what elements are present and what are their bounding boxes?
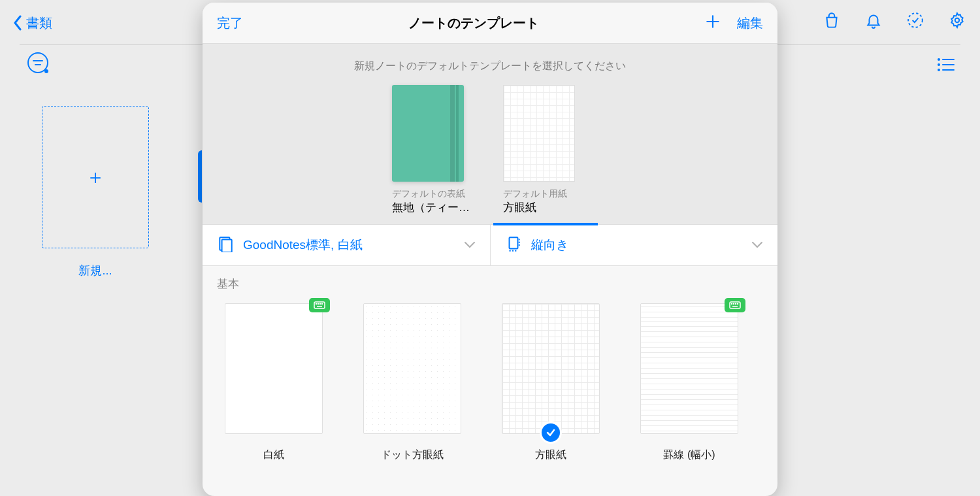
new-item-box[interactable]: ＋	[42, 106, 149, 248]
default-paper-sublabel: デフォルト用紙	[503, 188, 588, 200]
svg-point-1	[955, 18, 960, 23]
svg-rect-23	[730, 302, 740, 308]
svg-point-8	[938, 69, 939, 71]
gear-icon[interactable]	[949, 12, 966, 31]
default-cover-item[interactable]: デフォルトの表紙 無地（ティー…	[392, 85, 477, 224]
svg-point-24	[732, 304, 732, 305]
svg-point-27	[738, 304, 738, 305]
bell-icon[interactable]	[865, 12, 882, 31]
instruction-text: 新規ノートのデフォルトテンプレートを選択してください	[203, 59, 777, 73]
svg-point-20	[320, 304, 321, 305]
svg-rect-17	[314, 302, 325, 308]
svg-rect-14	[509, 237, 517, 248]
orientation-icon	[505, 235, 522, 255]
plus-icon: ＋	[86, 164, 105, 191]
svg-point-6	[938, 64, 939, 65]
modal-header: 完了 ノートのテンプレート 編集	[203, 3, 777, 43]
template-label: 白紙	[225, 448, 323, 462]
svg-point-25	[734, 304, 734, 305]
template-label: 方眼紙	[502, 448, 600, 462]
template-thumb-blank	[225, 303, 323, 434]
chevron-down-icon	[751, 239, 763, 251]
back-button[interactable]: 書類	[13, 14, 52, 32]
svg-point-26	[736, 304, 736, 305]
template-thumb-dotgrid	[363, 303, 461, 434]
category-label: 基本	[203, 266, 777, 297]
default-cover-label: 無地（ティー…	[392, 200, 477, 215]
filter-toggle[interactable]	[27, 52, 48, 73]
template-label: ドット方眼紙	[363, 448, 461, 462]
svg-rect-13	[222, 240, 232, 253]
template-label: 罫線 (幅小)	[640, 448, 738, 462]
done-button[interactable]: 完了	[217, 14, 243, 32]
keyboard-badge-icon	[725, 298, 745, 312]
template-dotgrid[interactable]: ドット方眼紙	[363, 303, 461, 462]
top-right-icons	[823, 12, 966, 31]
default-paper-label: 方眼紙	[503, 200, 588, 215]
filter-orientation-dropdown[interactable]: 縦向き	[491, 225, 778, 265]
check-badge-icon	[540, 422, 562, 444]
svg-point-18	[316, 304, 317, 305]
svg-point-0	[908, 13, 923, 27]
templates-grid: 白紙 ドット方眼紙 方眼紙 罫線 (幅小)	[203, 297, 777, 475]
back-label: 書類	[26, 14, 52, 32]
chevron-down-icon	[464, 239, 476, 251]
default-cover-sublabel: デフォルトの表紙	[392, 188, 477, 200]
filter-icon	[27, 52, 48, 73]
filter-source-label: GoodNotes標準, 白紙	[243, 237, 455, 254]
template-source-icon	[217, 235, 234, 255]
add-button[interactable]	[704, 13, 721, 33]
template-grid[interactable]: 方眼紙	[502, 303, 600, 462]
keyboard-badge-icon	[309, 298, 330, 312]
new-item-label[interactable]: 新規...	[42, 263, 149, 278]
template-thumb-grid	[502, 303, 600, 434]
selection-indicator	[198, 150, 202, 203]
shop-icon[interactable]	[823, 12, 840, 31]
filter-source-dropdown[interactable]: GoodNotes標準, 白紙	[203, 225, 491, 265]
template-thumb-ruled	[640, 303, 738, 434]
paper-thumbnail	[503, 85, 575, 182]
check-dashed-icon[interactable]	[907, 12, 924, 31]
modal-title: ノートのテンプレート	[408, 14, 539, 32]
svg-point-21	[322, 304, 323, 305]
svg-point-19	[318, 304, 319, 305]
default-paper-item[interactable]: デフォルト用紙 方眼紙	[503, 85, 588, 224]
edit-button[interactable]: 編集	[737, 14, 763, 32]
list-view-icon[interactable]	[937, 58, 955, 74]
defaults-section: 新規ノートのデフォルトテンプレートを選択してください デフォルトの表紙 無地（テ…	[203, 43, 777, 225]
template-blank[interactable]: 白紙	[225, 303, 323, 462]
chevron-left-icon	[13, 15, 22, 31]
cover-thumbnail	[392, 85, 464, 182]
template-modal: 完了 ノートのテンプレート 編集 新規ノートのデフォルトテンプレートを選択してく…	[203, 3, 777, 496]
filter-row: GoodNotes標準, 白紙 縦向き	[203, 225, 777, 266]
new-item: ＋ 新規...	[42, 106, 149, 278]
template-ruled-narrow[interactable]: 罫線 (幅小)	[640, 303, 738, 462]
svg-point-4	[938, 59, 939, 60]
filter-orientation-label: 縦向き	[531, 237, 743, 254]
